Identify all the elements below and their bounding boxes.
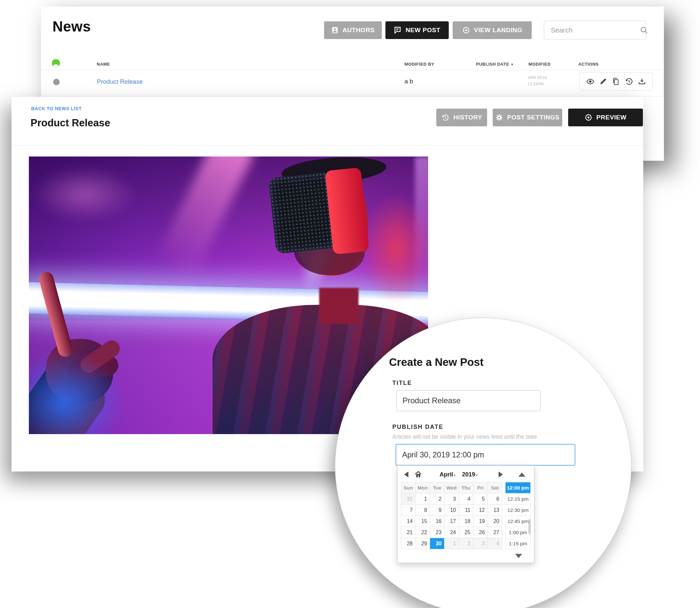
time-option[interactable]: 1:15 pm bbox=[505, 538, 530, 549]
calendar-day[interactable]: 6 bbox=[488, 493, 502, 504]
calendar-day[interactable]: 21 bbox=[401, 527, 415, 538]
view-landing-button-label: VIEW LANDING bbox=[474, 26, 523, 34]
calendar-day[interactable]: 12 bbox=[473, 505, 487, 515]
year-label: 2019 bbox=[462, 471, 475, 478]
day-header: Sun bbox=[401, 482, 415, 493]
row-actions bbox=[579, 72, 653, 91]
calendar-day[interactable]: 29 bbox=[415, 538, 430, 549]
calendar-day[interactable]: 1 bbox=[445, 538, 459, 549]
history-clock-icon bbox=[441, 114, 449, 122]
edit-icon[interactable] bbox=[599, 77, 607, 86]
col-header-actions: ACTIONS bbox=[578, 62, 599, 66]
calendar-day[interactable]: 10 bbox=[445, 505, 459, 515]
table-row-divider bbox=[41, 96, 664, 96]
caret-down-icon: ▾ bbox=[454, 473, 455, 477]
calendar-day[interactable]: 18 bbox=[459, 516, 473, 527]
new-post-button[interactable]: NEW POST bbox=[385, 21, 449, 39]
calendar-day[interactable]: 24 bbox=[445, 527, 459, 538]
time-option[interactable]: 12:45 pm bbox=[505, 516, 530, 527]
page-title: News bbox=[53, 18, 91, 35]
day-header: Sat bbox=[488, 482, 502, 493]
calendar-day[interactable]: 3 bbox=[445, 493, 459, 504]
preview-icon[interactable] bbox=[586, 77, 595, 86]
vr-man-neck bbox=[319, 288, 358, 324]
day-header: Fri bbox=[473, 482, 487, 493]
row-modified-by: a b bbox=[405, 78, 413, 85]
search-icon[interactable] bbox=[640, 26, 648, 35]
calendar-day[interactable]: 26 bbox=[473, 527, 487, 538]
calendar-day-selected[interactable]: 30 bbox=[430, 538, 444, 549]
time-option[interactable]: 12:15 pm bbox=[505, 493, 530, 504]
picker-nav: April▾ 2019▾ bbox=[401, 468, 531, 481]
calendar-day[interactable]: 31 bbox=[401, 493, 415, 504]
row-status-dot bbox=[53, 79, 60, 85]
view-landing-button[interactable]: VIEW LANDING bbox=[453, 21, 532, 39]
time-option[interactable]: 12:30 pm bbox=[505, 505, 530, 515]
month-select[interactable]: April▾ bbox=[440, 471, 455, 478]
row-modified-date: APR 30/19 bbox=[528, 75, 547, 81]
search-input[interactable] bbox=[551, 26, 640, 34]
history-icon[interactable] bbox=[625, 77, 634, 86]
preview-button[interactable]: PREVIEW bbox=[568, 109, 643, 126]
calendar-day[interactable]: 13 bbox=[488, 505, 502, 515]
calendar-day[interactable]: 15 bbox=[415, 516, 430, 527]
calendar-day[interactable]: 25 bbox=[459, 527, 473, 538]
day-header: Tue bbox=[430, 482, 444, 493]
time-list: 12:00 pm 12:15 pm 12:30 pm 12:45 pm 1:00… bbox=[505, 482, 531, 549]
calendar-day[interactable]: 23 bbox=[430, 527, 444, 538]
duplicate-icon[interactable] bbox=[611, 77, 620, 86]
authors-button[interactable]: AUTHORS bbox=[324, 21, 382, 39]
hero-red-glow bbox=[360, 193, 428, 304]
calendar-day[interactable]: 19 bbox=[473, 516, 487, 527]
calendar-day[interactable]: 2 bbox=[459, 538, 473, 549]
post-settings-button[interactable]: POST SETTINGS bbox=[493, 109, 562, 126]
time-option-selected[interactable]: 12:00 pm bbox=[505, 482, 530, 493]
title-input[interactable] bbox=[396, 390, 541, 411]
calendar-day[interactable]: 14 bbox=[401, 516, 415, 527]
calendar-day[interactable]: 11 bbox=[459, 505, 473, 515]
hero-pink-glow bbox=[32, 166, 137, 222]
calendar-day[interactable]: 4 bbox=[459, 493, 473, 504]
eye-icon bbox=[462, 26, 470, 34]
month-label: April bbox=[440, 471, 453, 478]
history-button[interactable]: HISTORY bbox=[436, 109, 487, 126]
calendar-day[interactable]: 27 bbox=[488, 527, 502, 538]
home-icon[interactable] bbox=[414, 471, 422, 478]
next-month-icon[interactable] bbox=[499, 472, 503, 477]
calendar-day[interactable]: 22 bbox=[415, 527, 430, 538]
authors-button-label: AUTHORS bbox=[343, 26, 375, 34]
time-scroll-up-icon[interactable] bbox=[518, 473, 525, 477]
back-to-news-list-link[interactable]: BACK TO NEWS LIST bbox=[31, 106, 82, 111]
calendar-day[interactable]: 2 bbox=[430, 493, 444, 504]
time-scrollbar-thumb[interactable] bbox=[528, 519, 531, 534]
year-select[interactable]: 2019▾ bbox=[462, 471, 478, 478]
post-title: Product Release bbox=[31, 117, 110, 129]
calendar-day[interactable]: 3 bbox=[473, 538, 487, 549]
export-icon[interactable] bbox=[638, 77, 646, 86]
post-name-link[interactable]: Product Release bbox=[97, 78, 143, 85]
eye-icon bbox=[585, 114, 592, 121]
chat-post-icon bbox=[394, 26, 402, 34]
calendar-day[interactable]: 17 bbox=[445, 516, 459, 527]
day-header: Wed bbox=[445, 482, 459, 493]
calendar-day[interactable]: 8 bbox=[415, 505, 430, 515]
col-header-name: NAME bbox=[97, 62, 110, 66]
table-header-divider bbox=[41, 70, 664, 70]
calendar-day[interactable]: 7 bbox=[401, 505, 415, 515]
col-header-publish-date[interactable]: PUBLISH DATE ▼ bbox=[476, 62, 514, 66]
calendar-day[interactable]: 16 bbox=[430, 516, 444, 527]
prev-month-icon[interactable] bbox=[404, 472, 408, 477]
time-scroll-down-icon[interactable] bbox=[515, 554, 522, 558]
calendar-day[interactable]: 20 bbox=[488, 516, 502, 527]
publish-date-hint: Articles will not be visible in your new… bbox=[392, 434, 537, 440]
sort-caret-icon: ▼ bbox=[510, 63, 514, 66]
calendar-day[interactable]: 28 bbox=[401, 538, 415, 549]
calendar-day[interactable]: 5 bbox=[473, 493, 487, 504]
zoom-detail-circle: Create a New Post TITLE PUBLISH DATE Art… bbox=[335, 318, 631, 608]
post-settings-button-label: POST SETTINGS bbox=[507, 114, 560, 121]
calendar-day[interactable]: 4 bbox=[488, 538, 502, 549]
time-option[interactable]: 1:00 pm bbox=[505, 527, 530, 538]
calendar-day[interactable]: 9 bbox=[430, 505, 444, 515]
publish-date-input[interactable] bbox=[395, 444, 575, 466]
calendar-day[interactable]: 1 bbox=[415, 493, 430, 504]
